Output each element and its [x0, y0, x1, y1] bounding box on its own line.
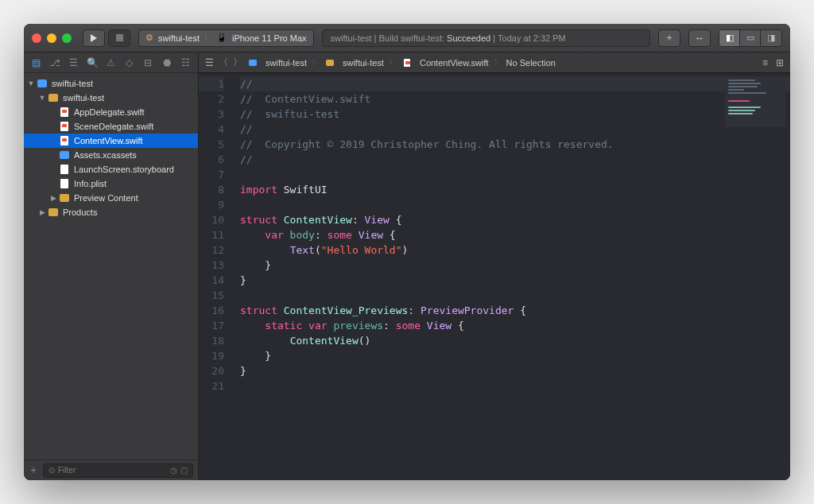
tree-file-selected[interactable]: ContentView.swift [24, 134, 198, 148]
project-icon [247, 57, 258, 68]
issue-navigator-tab[interactable]: ⚠ [103, 56, 118, 70]
editor-area: ☰ 〈 〉 swiftui-test 〉 swiftui-test 〉 Cont… [199, 52, 790, 480]
plus-button[interactable]: ＋ [658, 29, 680, 47]
xcode-window: ⚙ swiftui-test 〉 📱 iPhone 11 Pro Max swi… [24, 24, 790, 480]
stop-button[interactable] [108, 29, 130, 47]
toggle-debug-button[interactable]: ▭ [740, 30, 761, 46]
disclosure-triangle-icon[interactable]: ▼ [27, 79, 35, 87]
scm-filter-icon[interactable]: ▢ [180, 466, 188, 475]
folder-icon [59, 149, 70, 161]
add-editor-button[interactable]: ⊞ [776, 57, 784, 68]
activity-status[interactable]: swiftui-test | Build swiftui-test: Succe… [322, 29, 650, 47]
plist-file-icon [59, 178, 70, 189]
editor-options-button[interactable]: ≡ [762, 57, 768, 68]
chevron-right-icon: 〉 [494, 57, 502, 68]
code-editor[interactable]: 123456789101112131415161718192021 // // … [199, 73, 790, 480]
tree-file[interactable]: Info.plist [24, 176, 198, 191]
filter-icon: ⊙ [48, 466, 55, 475]
test-navigator-tab[interactable]: ◇ [122, 56, 137, 70]
forward-button[interactable]: 〉 [233, 56, 242, 69]
toggle-navigator-button[interactable]: ◧ [719, 30, 740, 46]
folder-icon [59, 192, 70, 204]
jump-segment[interactable]: ContentView.swift [401, 57, 489, 68]
tree-file[interactable]: AppDelegate.swift [24, 105, 198, 119]
swift-file-icon [401, 57, 413, 68]
swift-file-icon [59, 121, 70, 132]
breakpoint-navigator-tab[interactable]: ⬣ [160, 56, 174, 70]
filter-input[interactable]: ⊙ Filter ◷▢ [43, 463, 193, 478]
titlebar: ⚙ swiftui-test 〉 📱 iPhone 11 Pro Max swi… [24, 24, 790, 52]
tree-group[interactable]: ▼swiftui-test [24, 91, 198, 105]
minimap[interactable] [725, 76, 785, 127]
related-items-button[interactable]: ☰ [205, 57, 214, 68]
tree-group[interactable]: ▶Preview Content [24, 191, 198, 205]
swift-file-icon [59, 107, 70, 118]
project-navigator-tab[interactable]: ▤ [29, 56, 44, 70]
add-button[interactable]: ＋ [29, 463, 38, 477]
tree-file[interactable]: Assets.xcassets [24, 148, 198, 162]
disclosure-triangle-icon[interactable]: ▶ [49, 194, 57, 202]
traffic-lights [32, 33, 72, 43]
source-control-tab[interactable]: ⎇ [48, 56, 62, 70]
scheme-selector[interactable]: ⚙ swiftui-test 〉 📱 iPhone 11 Pro Max [138, 29, 314, 47]
navigator-tabs: ▤ ⎇ ☰ 🔍 ⚠ ◇ ⊟ ⬣ ☷ [24, 52, 198, 73]
line-gutter: 123456789101112131415161718192021 [199, 73, 232, 480]
report-navigator-tab[interactable]: ☷ [178, 56, 192, 70]
toggle-inspector-button[interactable]: ◨ [761, 30, 781, 46]
svg-rect-0 [116, 34, 123, 41]
symbol-navigator-tab[interactable]: ☰ [67, 56, 81, 70]
navigator-sidebar: ▤ ⎇ ☰ 🔍 ⚠ ◇ ⊟ ⬣ ☷ ▼swiftui-test ▼swiftui… [24, 52, 199, 480]
clock-icon[interactable]: ◷ [170, 466, 177, 475]
tree-file[interactable]: LaunchScreen.storyboard [24, 162, 198, 176]
find-navigator-tab[interactable]: 🔍 [85, 56, 99, 70]
toolbar-right: ＋ ↔ ◧ ▭ ◨ [658, 29, 782, 47]
chevron-right-icon: 〉 [204, 33, 211, 43]
folder-icon [48, 92, 59, 103]
tree-group[interactable]: ▶Products [24, 205, 198, 219]
navigator-footer: ＋ ⊙ Filter ◷▢ [24, 459, 198, 480]
tree-root[interactable]: ▼swiftui-test [24, 76, 198, 91]
tree-file[interactable]: SceneDelegate.swift [24, 119, 198, 134]
project-icon [37, 78, 48, 89]
disclosure-triangle-icon[interactable]: ▶ [38, 208, 46, 216]
code-lines[interactable]: // // ContentView.swift // swiftui-test … [232, 73, 790, 480]
run-button[interactable] [83, 29, 105, 47]
swift-file-icon [59, 135, 70, 146]
chevron-right-icon: 〉 [312, 57, 320, 68]
jump-segment[interactable]: swiftui-test [324, 57, 384, 68]
jump-bar: ☰ 〈 〉 swiftui-test 〉 swiftui-test 〉 Cont… [199, 52, 790, 73]
folder-icon [48, 207, 59, 218]
zoom-icon[interactable] [62, 33, 72, 43]
scheme-device-label: iPhone 11 Pro Max [232, 33, 307, 43]
jump-segment[interactable]: swiftui-test [247, 57, 307, 68]
minimize-icon[interactable] [47, 33, 56, 43]
close-icon[interactable] [32, 33, 41, 43]
disclosure-triangle-icon[interactable]: ▼ [38, 94, 46, 102]
scheme-target-label: swiftui-test [158, 33, 200, 43]
debug-navigator-tab[interactable]: ⊟ [141, 56, 155, 70]
project-tree: ▼swiftui-test ▼swiftui-test AppDelegate.… [24, 73, 198, 459]
chevron-right-icon: 〉 [389, 57, 397, 68]
back-button[interactable]: 〈 [219, 56, 228, 69]
jump-segment[interactable]: No Selection [506, 58, 556, 68]
code-review-button[interactable]: ↔ [688, 29, 711, 47]
folder-icon [324, 57, 335, 68]
storyboard-file-icon [59, 164, 70, 175]
